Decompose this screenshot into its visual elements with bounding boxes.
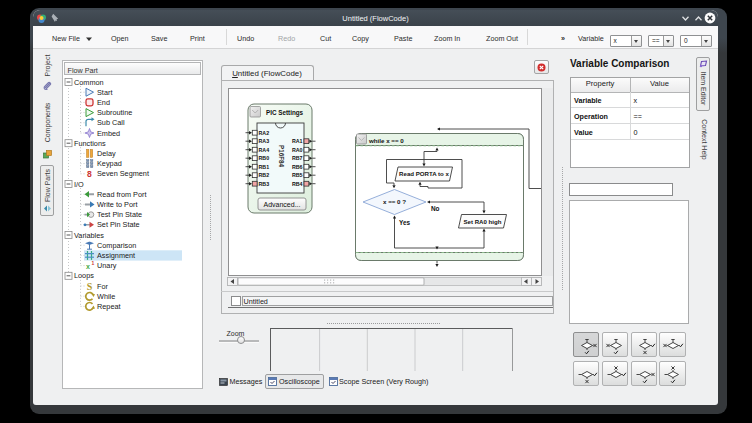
svg-text:Repeat: Repeat	[97, 302, 121, 311]
svg-text:PIC Settings: PIC Settings	[266, 109, 304, 117]
svg-text:Common: Common	[74, 78, 104, 87]
svg-text:Read PORTA to x: Read PORTA to x	[399, 170, 449, 177]
svg-text:RB4: RB4	[292, 181, 303, 187]
svg-text:while x == 0: while x == 0	[368, 137, 404, 144]
svg-text:Delay: Delay	[97, 149, 116, 158]
svg-text:Set RA0 high: Set RA0 high	[464, 218, 502, 225]
svg-text:RB1: RB1	[259, 164, 270, 170]
svg-text:RB5: RB5	[292, 172, 303, 178]
svg-text:Test Pin State: Test Pin State	[97, 210, 142, 219]
svg-text:End: End	[97, 98, 110, 107]
svg-text:Embed: Embed	[97, 129, 120, 138]
svg-text:Functions: Functions	[74, 139, 106, 148]
svg-text:Unary: Unary	[97, 261, 117, 270]
svg-text:S: S	[87, 281, 93, 292]
svg-text:Advanced...: Advanced...	[264, 201, 301, 208]
svg-text:Sub Call: Sub Call	[97, 118, 125, 127]
svg-text:8: 8	[87, 169, 92, 179]
svg-text:P16F84: P16F84	[278, 145, 285, 168]
svg-text:I/O: I/O	[74, 180, 84, 189]
svg-text:RA3: RA3	[259, 138, 270, 144]
svg-text:RB7: RB7	[292, 155, 303, 161]
svg-text:x == 0 ?: x == 0 ?	[383, 198, 406, 205]
svg-text:RA0: RA0	[292, 147, 303, 153]
svg-text:Start: Start	[97, 88, 112, 97]
svg-text:RB3: RB3	[259, 181, 270, 187]
svg-text:RA1: RA1	[292, 138, 303, 144]
svg-text:RB6: RB6	[292, 164, 303, 170]
svg-text:Yes: Yes	[399, 219, 410, 226]
svg-text:While: While	[97, 292, 115, 301]
svg-text:For: For	[97, 282, 109, 291]
svg-text:Variables: Variables	[74, 231, 104, 240]
svg-text:RB0: RB0	[259, 155, 270, 161]
svg-text:RB2: RB2	[259, 172, 270, 178]
svg-text:1: 1	[92, 260, 95, 266]
svg-text:RA2: RA2	[259, 130, 270, 136]
svg-text:x: x	[86, 263, 90, 270]
svg-text:Set Pin State: Set Pin State	[97, 220, 140, 229]
svg-text:Loops: Loops	[74, 271, 94, 280]
svg-text:Seven Segment: Seven Segment	[97, 169, 149, 178]
svg-text:Comparison: Comparison	[97, 241, 136, 250]
svg-text:Keypad: Keypad	[97, 159, 122, 168]
svg-text:Read from Port: Read from Port	[97, 190, 146, 199]
svg-text:Write to Port: Write to Port	[97, 200, 137, 209]
svg-text:Assignment: Assignment	[97, 251, 135, 260]
svg-text:RA4: RA4	[259, 147, 270, 153]
svg-text:Subroutine: Subroutine	[97, 108, 132, 117]
svg-text:No: No	[431, 205, 440, 212]
